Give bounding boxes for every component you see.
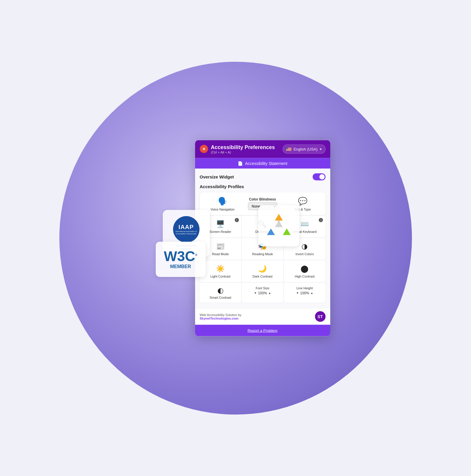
voice-navigation-item[interactable]: 🗣️ Voice Navigation [203,196,243,211]
lang-label: English (USA) [294,147,318,151]
smart-contrast-icon: ◐ [217,286,224,294]
font-size-label: Font Size [256,286,269,290]
size-row: ◐ Smart Contrast Font Size ▼ 100% ▲ Line… [200,283,326,303]
line-height-block: Line Height ▼ 100% ▲ [284,283,325,303]
invert-colors-icon: ◑ [301,242,308,250]
high-contrast-button[interactable]: ⬤ High Contrast [284,260,325,282]
voice-navigation-icon: 🗣️ [218,196,227,206]
accessibility-statement-bar[interactable]: 📄 Accessibility Statement [195,158,330,168]
light-contrast-icon: ☀️ [216,264,225,273]
statement-label: Accessibility Statement [245,161,287,166]
font-size-increase-button[interactable]: ▲ [268,291,271,295]
read-mode-label: Read Mode [212,252,229,255]
talk-type-icon: 💬 [298,196,307,206]
w3c-text: W3C® [164,249,197,263]
virtual-keyboard-icon: ⌨️ [300,220,309,228]
light-contrast-button[interactable]: ☀️ Light Contrast [200,260,241,282]
language-selector[interactable]: 🇺🇸 English (USA) ▼ [283,144,326,153]
invert-colors-label: Invert Colors [296,252,314,255]
iaap-text: IAAP [179,224,194,231]
screen-reader-label: Screen Reader [209,230,231,233]
footer-logo: ST [315,311,326,322]
widget-shortcut: (Ctrl + Alt + A) [211,150,275,154]
w3c-badge: W3C® MEMBER [156,242,206,277]
font-size-block: Font Size ▼ 100% ▲ [242,283,283,303]
virtual-keyboard-info-icon: i [319,218,323,222]
line-height-decrease-button[interactable]: ▼ [296,291,299,295]
iaap-logo: IAAP International Association of Access… [173,216,200,243]
report-problem-bar[interactable]: Report a Problem [195,325,330,336]
profiles-section-title: Accessibility Profiles [200,184,326,189]
smart-contrast-block: ◐ Smart Contrast [200,283,241,303]
color-blindness-label: Color Blindness [249,197,276,201]
footer-link[interactable]: SkynetTechnologies.com [200,316,239,320]
flag-icon: 🇺🇸 [286,146,292,152]
light-contrast-label: Light Contrast [210,274,230,278]
high-contrast-label: High Contrast [295,274,314,278]
voice-navigation-label: Voice Navigation [211,207,235,211]
widget-header: ✕ Accessibility Preferences (Ctrl + Alt … [195,140,330,158]
triforce-card [258,205,299,246]
widget-title: Accessibility Preferences [211,144,275,150]
oversize-widget-row: Oversize Widget [200,173,326,180]
svg-marker-2 [283,228,291,235]
oversize-widget-toggle[interactable] [313,173,326,180]
high-contrast-icon: ⬤ [301,264,309,273]
line-height-label: Line Height [296,286,313,290]
line-height-value: 100% [300,291,309,295]
dark-contrast-icon: 🌙 [258,264,267,273]
footer-text: Web Accessibility Solution by SkynetTech… [200,313,242,320]
reading-mask-label: Reading Mask [252,252,273,255]
report-label: Report a Problem [248,328,278,333]
smart-contrast-label: Smart Contrast [209,295,231,299]
chevron-down-icon: ▼ [319,147,322,151]
statement-icon: 📄 [238,161,243,166]
svg-marker-3 [275,221,283,227]
dark-contrast-label: Dark Contrast [253,274,273,278]
screen-reader-icon: 🖥️ [216,220,225,228]
iaap-subtext: International Association of Accessibili… [173,231,200,235]
close-button[interactable]: ✕ [200,145,208,153]
read-mode-icon: 📰 [216,242,225,250]
screen-reader-info-icon: i [235,218,239,222]
font-size-decrease-button[interactable]: ▼ [254,291,257,295]
w3c-member: MEMBER [170,264,191,269]
dark-contrast-button[interactable]: 🌙 Dark Contrast [242,260,283,282]
oversize-widget-label: Oversize Widget [200,174,234,179]
line-height-increase-button[interactable]: ▲ [310,291,313,295]
font-size-value: 100% [258,291,267,295]
svg-marker-0 [275,214,283,221]
triforce-icon [266,213,292,239]
svg-marker-1 [267,228,275,235]
widget-footer: Web Accessibility Solution by SkynetTech… [195,308,330,325]
footer-text-line1: Web Accessibility Solution by [200,313,242,316]
